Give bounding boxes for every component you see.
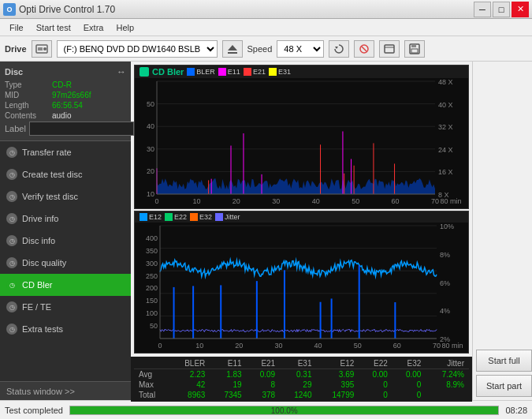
disc-contents-value: audio [52, 111, 71, 120]
drive-icon [32, 40, 52, 58]
sidebar-item-label: Disc quality [22, 258, 66, 267]
sidebar-item-fe-te[interactable]: ◷ FE / TE [0, 296, 131, 318]
row-max-e21: 8 [247, 380, 281, 390]
chart2-title-bar: E12 E22 E32 Jitter [135, 211, 468, 223]
sidebar-item-label: FE / TE [22, 302, 51, 312]
transfer-rate-icon: ◷ [6, 147, 17, 158]
drive-bar: Drive (F:) BENQ DVD DD DW1640 BSLB Speed… [0, 36, 532, 62]
row-max-e12: 395 [316, 380, 359, 390]
data-table-area: BLER E11 E21 E31 E12 E22 E32 Jitter Avg [131, 357, 472, 402]
disc-length-label: Length [5, 101, 52, 110]
row-total-label: Total [134, 390, 169, 400]
table-row: Avg 2.23 1.83 0.09 0.31 3.69 0.00 0.00 7… [134, 369, 469, 380]
minimize-button[interactable]: ─ [474, 2, 491, 17]
sidebar-item-drive-info[interactable]: ◷ Drive info [0, 208, 131, 230]
col-header-e31: E31 [280, 358, 316, 369]
menu-start-test[interactable]: Start test [30, 21, 77, 34]
close-button[interactable]: ✕ [512, 2, 529, 17]
main-layout: Disc ↔ Type CD-R MID 97m26s66f Length 66… [0, 62, 532, 400]
status-window-toggle[interactable]: Status window >> [0, 381, 131, 400]
row-total-e11: 7345 [210, 390, 246, 400]
disc-panel: Disc ↔ Type CD-R MID 97m26s66f Length 66… [0, 62, 131, 141]
sidebar-item-label: Transfer rate [22, 148, 72, 157]
row-avg-e32: 0.00 [392, 369, 426, 380]
extra-tests-icon: ◷ [6, 324, 17, 335]
fe-te-icon: ◷ [6, 301, 17, 312]
content-area: CD Bler BLER E11 E21 [131, 62, 532, 400]
sidebar-item-transfer-rate[interactable]: ◷ Transfer rate [0, 141, 131, 163]
table-row: Max 42 19 8 29 395 0 0 8.9% [134, 380, 469, 390]
chart1-title: CD Bler [152, 67, 184, 77]
row-avg-label: Avg [134, 369, 169, 380]
disc-type-value: CD-R [52, 80, 72, 89]
legend-e12: E12 [140, 213, 162, 221]
drive-info-icon: ◷ [6, 213, 17, 224]
save-button[interactable] [404, 40, 425, 58]
row-total-bler: 8963 [169, 390, 210, 400]
start-full-button[interactable]: Start full [476, 350, 532, 372]
row-total-e12: 14799 [316, 390, 359, 400]
sidebar-item-disc-info[interactable]: ◷ Disc info [0, 230, 131, 252]
row-max-e22: 0 [359, 380, 392, 390]
data-table: BLER E11 E21 E31 E12 E22 E32 Jitter Avg [134, 358, 469, 400]
sidebar: Disc ↔ Type CD-R MID 97m26s66f Length 66… [0, 62, 131, 400]
legend-e22: E22 [165, 213, 187, 221]
title-bar: O Opti Drive Control 1.70 ─ □ ✕ [0, 0, 532, 19]
sidebar-item-label: Verify test disc [22, 192, 78, 201]
eject-button[interactable] [222, 40, 243, 58]
col-header-bler: BLER [169, 358, 210, 369]
row-max-bler: 42 [169, 380, 210, 390]
sidebar-item-label: Drive info [22, 214, 58, 223]
disc-quality-icon: ◷ [6, 257, 17, 268]
sidebar-item-label: Disc info [22, 236, 55, 245]
window-title: Opti Drive Control 1.70 [19, 4, 115, 15]
status-text: Test completed [5, 406, 63, 415]
svg-rect-8 [385, 45, 394, 53]
disc-label-input[interactable] [29, 122, 134, 136]
menu-help[interactable]: Help [110, 21, 140, 34]
svg-marker-3 [228, 45, 237, 51]
speed-select[interactable]: 48 X [277, 40, 324, 58]
svg-rect-4 [228, 52, 237, 54]
verify-test-disc-icon: ◷ [6, 191, 17, 202]
progress-container: 100.0% [69, 406, 499, 415]
col-header-e32: E32 [392, 358, 426, 369]
sidebar-item-create-test-disc[interactable]: ◷ Create test disc [0, 163, 131, 185]
row-total-e31: 1240 [280, 390, 316, 400]
row-total-e21: 378 [247, 390, 281, 400]
disc-contents-label: Contents [5, 111, 52, 120]
row-avg-bler: 2.23 [169, 369, 210, 380]
drive-select[interactable]: (F:) BENQ DVD DD DW1640 BSLB [57, 40, 218, 58]
time-display: 08:28 [505, 406, 527, 415]
create-test-disc-icon: ◷ [6, 169, 17, 180]
legend-e32-dot [190, 213, 198, 221]
start-part-button[interactable]: Start part [476, 375, 532, 397]
row-total-jitter [426, 390, 469, 400]
sidebar-item-label: CD Bler [22, 280, 53, 290]
maximize-button[interactable]: □ [493, 2, 510, 17]
refresh-button[interactable] [329, 40, 349, 58]
disc-label-label: Label [5, 124, 26, 133]
disc-length-value: 66:56.54 [52, 101, 83, 110]
disc-arrow-icon[interactable]: ↔ [117, 66, 126, 77]
sidebar-item-extra-tests[interactable]: ◷ Extra tests [0, 318, 131, 340]
sidebar-item-verify-test-disc[interactable]: ◷ Verify test disc [0, 185, 131, 208]
row-total-e32: 0 [392, 390, 426, 400]
row-avg-e12: 3.69 [316, 369, 359, 380]
legend-e11-dot [218, 68, 226, 76]
row-max-label: Max [134, 380, 169, 390]
legend-jitter-dot [215, 213, 223, 221]
right-panel: Start full Start part [472, 62, 532, 400]
erase-button[interactable] [354, 40, 374, 58]
row-max-e32: 0 [392, 380, 426, 390]
sidebar-item-disc-quality[interactable]: ◷ Disc quality [0, 252, 131, 274]
legend-jitter: Jitter [215, 213, 240, 221]
settings-button[interactable] [379, 40, 400, 58]
sidebar-item-label: Create test disc [22, 170, 82, 179]
menu-file[interactable]: File [3, 21, 30, 34]
disc-mid-value: 97m26s66f [52, 91, 91, 99]
col-header-e21: E21 [247, 358, 281, 369]
table-row: Total 8963 7345 378 1240 14799 0 0 [134, 390, 469, 400]
sidebar-item-cd-bler[interactable]: ◷ CD Bler [0, 274, 131, 296]
menu-extra[interactable]: Extra [77, 21, 110, 34]
